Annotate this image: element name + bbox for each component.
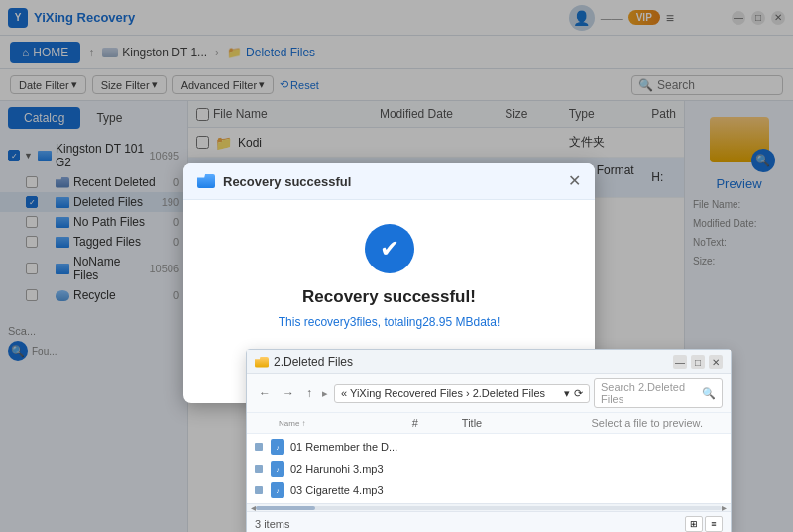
explorer-nav-bar: ← → ↑ ▸ « YiXing Recovered Files › 2.Del…	[247, 374, 731, 413]
explorer-close-button[interactable]: ✕	[709, 355, 723, 369]
list-item[interactable]: ♪ 02 Harunohi 3.mp3	[247, 458, 731, 479]
file-type-indicator2	[255, 465, 263, 473]
explorer-folder-icon	[255, 357, 269, 368]
explorer-refresh-icon: ▸	[322, 387, 328, 400]
mp3-file-icon-1: ♪	[271, 461, 284, 477]
dialog-close-button[interactable]: ✕	[568, 173, 581, 189]
explorer-up-button[interactable]: ↑	[302, 385, 316, 401]
explorer-titlebar: 2.Deleted Files — □ ✕	[247, 350, 731, 374]
dialog-folder-icon	[197, 174, 215, 188]
file-type-indicator3	[255, 486, 263, 494]
explorer-back-button[interactable]: ←	[255, 385, 275, 401]
success-checkmark-icon: ✔	[365, 224, 414, 273]
list-item[interactable]: ♪ 03 Cigarette 4.mp3	[247, 479, 731, 501]
explorer-window-buttons: — □ ✕	[673, 355, 723, 369]
explorer-file-name-2: 03 Cigarette 4.mp3	[290, 484, 723, 496]
address-dropdown-icon[interactable]: ▾	[564, 387, 570, 400]
file-type-indicator	[255, 443, 263, 451]
list-item[interactable]: ♪ 01 Remember the D...	[247, 436, 731, 458]
col-name-text: Name	[279, 419, 299, 428]
file-explorer-window: 2.Deleted Files — □ ✕ ← → ↑ ▸ « YiXing R…	[246, 349, 732, 532]
explorer-search[interactable]: Search 2.Deleted Files 🔍	[594, 378, 723, 408]
explorer-minimize-button[interactable]: —	[673, 355, 687, 369]
explorer-file-list: ♪ 01 Remember the D... ♪ 02 Harunohi 3.m…	[247, 434, 731, 503]
select-preview-text: Select a file to preview.	[592, 417, 724, 429]
grid-view-button[interactable]: ⊞	[685, 516, 703, 532]
mp3-file-icon-2: ♪	[271, 482, 284, 498]
address-bar[interactable]: « YiXing Recovered Files › 2.Deleted Fil…	[334, 384, 590, 403]
explorer-title-text: 2.Deleted Files	[274, 355, 353, 369]
explorer-search-icon: 🔍	[702, 387, 716, 400]
col-hash-header[interactable]: #	[408, 415, 458, 431]
explorer-search-placeholder: Search 2.Deleted Files	[601, 381, 698, 405]
explorer-statusbar: 3 items ⊞ ≡	[247, 511, 731, 532]
dialog-titlebar: Recovery successful ✕	[183, 163, 595, 200]
explorer-title-area: 2.Deleted Files	[255, 355, 667, 369]
horizontal-scrollbar[interactable]: ◂ ▸	[247, 503, 731, 511]
explorer-file-name-1: 02 Harunohi 3.mp3	[290, 463, 723, 475]
address-refresh-icon[interactable]: ⟳	[574, 387, 583, 400]
explorer-columns-header: Name ↑ # Title Select a file to preview.	[247, 413, 731, 434]
view-toggle-buttons: ⊞ ≡	[685, 516, 723, 532]
scrollbar-track	[256, 506, 722, 510]
explorer-forward-button[interactable]: →	[279, 385, 298, 401]
status-items-count: 3 items	[255, 518, 289, 530]
explorer-maximize-button[interactable]: □	[691, 355, 705, 369]
scroll-right-button[interactable]: ▸	[722, 502, 727, 513]
col-name-header[interactable]: Name ↑	[275, 417, 408, 430]
dialog-title: Recovery successful	[223, 174, 560, 189]
address-text: « YiXing Recovered Files › 2.Deleted Fil…	[341, 387, 545, 399]
scrollbar-thumb[interactable]	[256, 506, 315, 510]
success-subtitle: This recovery3files, totaling28.95 MBdat…	[203, 315, 575, 329]
col-title-header[interactable]: Title	[458, 415, 592, 431]
mp3-file-icon-0: ♪	[271, 439, 284, 455]
explorer-file-name-0: 01 Remember the D...	[290, 441, 723, 453]
sort-icon: ↑	[302, 419, 306, 428]
list-view-button[interactable]: ≡	[705, 516, 723, 532]
success-title: Recovery successful!	[203, 287, 575, 307]
